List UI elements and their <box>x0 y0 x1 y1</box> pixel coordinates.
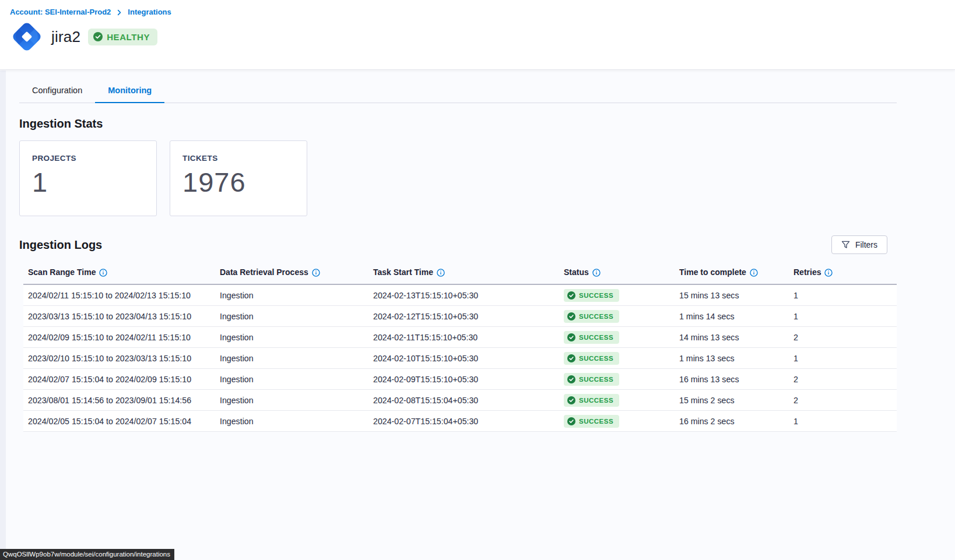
column-header-label: Status <box>564 267 589 277</box>
cell-time-to-complete: 14 mins 13 secs <box>675 333 789 342</box>
column-header-label: Time to complete <box>679 267 746 277</box>
cell-task-start: 2024-02-08T15:15:04+05:30 <box>368 396 559 405</box>
info-icon[interactable] <box>750 269 758 277</box>
cell-time-to-complete: 15 mins 2 secs <box>675 396 789 405</box>
column-header-label: Scan Range Time <box>28 267 96 277</box>
check-circle-icon <box>93 32 103 41</box>
status-badge-label: SUCCESS <box>579 418 613 425</box>
filters-button-label: Filters <box>855 240 877 249</box>
column-header-retries: Retries <box>789 262 897 284</box>
cell-retries: 2 <box>789 396 897 405</box>
tab-bar: ConfigurationMonitoring <box>19 70 897 103</box>
cell-retries: 1 <box>789 354 897 363</box>
chevron-right-icon <box>116 9 122 16</box>
cell-retries: 2 <box>789 333 897 342</box>
ingestion-logs-title: Ingestion Logs <box>19 238 102 252</box>
status-badge-label: SUCCESS <box>579 313 613 320</box>
filter-funnel-icon <box>841 241 850 249</box>
link-preview-statusbar: QwqOSllWp9ob7w/module/sei/configuration/… <box>0 549 174 560</box>
cell-status: SUCCESS <box>559 352 675 365</box>
table-row: 2023/03/13 15:15:10 to 2023/04/13 15:15:… <box>23 306 897 327</box>
health-status-badge: HEALTHY <box>88 29 157 45</box>
cell-time-to-complete: 16 mins 13 secs <box>675 375 789 384</box>
cell-status: SUCCESS <box>559 394 675 407</box>
check-circle-icon <box>567 417 575 425</box>
cell-process: Ingestion <box>215 354 368 363</box>
table-row: 2023/08/01 15:14:56 to 2023/09/01 15:14:… <box>23 390 897 411</box>
check-circle-icon <box>567 312 575 320</box>
stat-value: 1 <box>32 166 156 198</box>
info-icon[interactable] <box>312 269 320 277</box>
table-row: 2023/02/10 15:15:10 to 2023/03/13 15:15:… <box>23 348 897 369</box>
cell-task-start: 2024-02-12T15:15:10+05:30 <box>368 312 559 321</box>
cell-task-start: 2024-02-09T15:15:10+05:30 <box>368 375 559 384</box>
column-header-task-start-time: Task Start Time <box>368 262 559 284</box>
table-row: 2024/02/05 15:15:04 to 2024/02/07 15:15:… <box>23 411 897 432</box>
ingestion-stats-title: Ingestion Stats <box>19 117 955 131</box>
status-badge-label: SUCCESS <box>579 355 613 362</box>
table-row: 2024/02/09 15:15:10 to 2024/02/11 15:15:… <box>23 327 897 348</box>
cell-scan-range: 2023/03/13 15:15:10 to 2023/04/13 15:15:… <box>23 312 215 321</box>
stat-card-projects: PROJECTS1 <box>19 140 157 216</box>
page-title: jira2 <box>51 28 80 46</box>
filters-button[interactable]: Filters <box>831 235 887 254</box>
cell-scan-range: 2024/02/09 15:15:10 to 2024/02/11 15:15:… <box>23 333 215 342</box>
table-row: 2024/02/11 15:15:10 to 2024/02/13 15:15:… <box>23 285 897 306</box>
monitoring-page: ConfigurationMonitoring Ingestion Stats … <box>0 70 955 432</box>
cell-task-start: 2024-02-13T15:15:10+05:30 <box>368 291 559 300</box>
cell-retries: 1 <box>789 417 897 426</box>
status-badge-label: SUCCESS <box>579 292 613 299</box>
ingestion-logs-table: Scan Range TimeData Retrieval ProcessTas… <box>23 262 897 432</box>
info-icon[interactable] <box>437 269 445 277</box>
cell-status: SUCCESS <box>559 415 675 428</box>
cell-process: Ingestion <box>215 291 368 300</box>
column-header-label: Task Start Time <box>373 267 433 277</box>
column-header-time-to-complete: Time to complete <box>675 262 789 284</box>
cell-scan-range: 2023/02/10 15:15:10 to 2023/03/13 15:15:… <box>23 354 215 363</box>
info-icon[interactable] <box>824 269 833 277</box>
cell-retries: 1 <box>789 312 897 321</box>
status-badge: SUCCESS <box>564 331 619 344</box>
breadcrumb-account-link[interactable]: Account: SEI-Internal-Prod2 <box>10 8 111 16</box>
cell-retries: 2 <box>789 375 897 384</box>
cell-process: Ingestion <box>215 333 368 342</box>
tab-monitoring[interactable]: Monitoring <box>95 79 164 103</box>
cell-process: Ingestion <box>215 417 368 426</box>
status-badge-label: SUCCESS <box>579 334 613 341</box>
breadcrumb: Account: SEI-Internal-Prod2 Integrations <box>10 8 955 16</box>
cell-time-to-complete: 1 mins 14 secs <box>675 312 789 321</box>
check-circle-icon <box>567 291 575 300</box>
check-circle-icon <box>567 375 575 383</box>
ingestion-logs-header: Ingestion Logs Filters <box>19 235 955 254</box>
status-badge-label: SUCCESS <box>579 376 613 383</box>
stat-cards: PROJECTS1TICKETS1976 <box>19 140 955 216</box>
cell-task-start: 2024-02-10T15:15:10+05:30 <box>368 354 559 363</box>
status-badge: SUCCESS <box>564 310 619 323</box>
status-badge: SUCCESS <box>564 415 619 428</box>
cell-task-start: 2024-02-07T15:15:04+05:30 <box>368 417 559 426</box>
stat-value: 1976 <box>182 166 307 198</box>
cell-status: SUCCESS <box>559 331 675 344</box>
page-header: Account: SEI-Internal-Prod2 Integrations <box>0 0 955 70</box>
column-header-label: Data Retrieval Process <box>220 267 308 277</box>
tab-configuration[interactable]: Configuration <box>19 79 95 103</box>
stat-label: PROJECTS <box>32 154 156 163</box>
jira-logo-icon <box>10 20 44 54</box>
info-icon[interactable] <box>592 269 601 277</box>
stat-label: TICKETS <box>182 154 307 163</box>
cell-task-start: 2024-02-11T15:15:10+05:30 <box>368 333 559 342</box>
cell-process: Ingestion <box>215 375 368 384</box>
ingestion-stats-section: Ingestion Stats PROJECTS1TICKETS1976 <box>6 117 955 216</box>
cell-time-to-complete: 16 mins 2 secs <box>675 417 789 426</box>
table-body: 2024/02/11 15:15:10 to 2024/02/13 15:15:… <box>23 285 897 432</box>
status-badge: SUCCESS <box>564 352 619 365</box>
status-badge: SUCCESS <box>564 373 619 386</box>
cell-time-to-complete: 15 mins 13 secs <box>675 291 789 300</box>
column-header-label: Retries <box>794 267 821 277</box>
stat-card-tickets: TICKETS1976 <box>170 140 307 216</box>
breadcrumb-integrations-link[interactable]: Integrations <box>128 8 171 16</box>
check-circle-icon <box>567 354 575 362</box>
cell-status: SUCCESS <box>559 289 675 302</box>
column-header-data-retrieval-process: Data Retrieval Process <box>215 262 368 284</box>
info-icon[interactable] <box>99 269 107 277</box>
